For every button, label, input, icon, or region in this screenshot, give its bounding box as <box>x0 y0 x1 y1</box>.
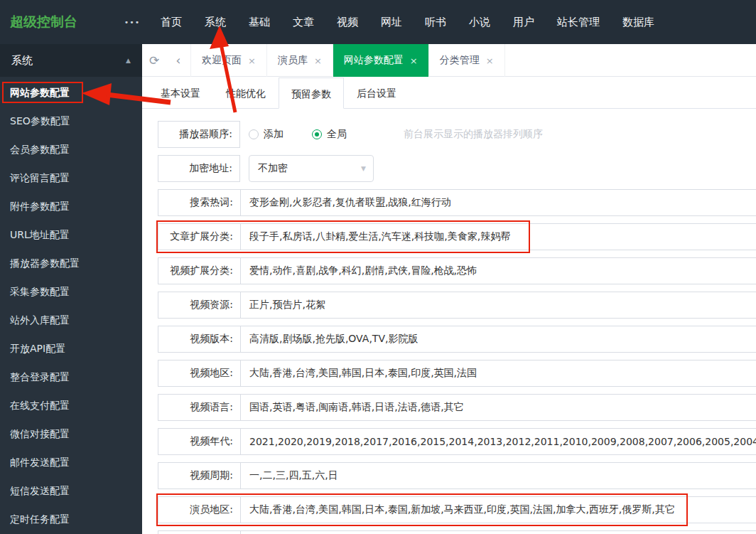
tab-label: 演员库 <box>278 54 308 67</box>
form-row-actor-regions: 演员地区: 大陆,香港,台湾,美国,韩国,日本,泰国,新加坡,马来西亚,印度,英… <box>158 496 756 523</box>
field-label: 视频周期: <box>158 463 241 488</box>
close-icon[interactable]: × <box>486 55 494 66</box>
form-row-video-categories: 视频扩展分类: 爱情,动作,喜剧,战争,科幻,剧情,武侠,冒险,枪战,恐怖 <box>158 257 756 284</box>
open-tabs-bar: ⟳ ‹ 欢迎页面 × 演员库 × 网站参数配置 × 分类管理 × <box>142 44 756 77</box>
nav-item-article[interactable]: 文章 <box>281 0 325 44</box>
nav-item-system[interactable]: 系统 <box>193 0 237 44</box>
sidebar-item-url-config[interactable]: URL地址配置 <box>0 220 142 249</box>
close-icon[interactable]: × <box>314 55 322 66</box>
tab-label: 网站参数配置 <box>344 54 404 67</box>
form-row-article-categories: 文章扩展分类: 段子手,私房话,八卦精,爱生活,汽车迷,科技咖,美食家,辣妈帮 <box>158 223 756 250</box>
sidebar-item-collect-params[interactable]: 采集参数配置 <box>0 277 142 306</box>
form-row-video-years: 视频年代: 2021,2020,2019,2018,2017,2016,2015… <box>158 428 756 455</box>
form-row-video-resources: 视频资源: 正片,预告片,花絮 <box>158 292 756 319</box>
field-label: 加密地址: <box>158 155 240 182</box>
form-row-partial <box>158 530 756 534</box>
subtab-performance[interactable]: 性能优化 <box>213 77 279 108</box>
tab-actor-library[interactable]: 演员库 × <box>266 44 333 77</box>
video-resources-input[interactable]: 正片,预告片,花絮 <box>241 292 756 318</box>
caret-up-icon: ▲ <box>126 57 131 64</box>
form-row-video-languages: 视频语言: 国语,英语,粤语,闽南语,韩语,日语,法语,德语,其它 <box>158 394 756 421</box>
reserved-params-form: 播放器顺序: 添加 全局 前台展示显示的播放器排列顺序 加密地址: 不加密 ▼ … <box>158 121 756 534</box>
form-row-video-weekdays: 视频周期: 一,二,三,四,五,六,日 <box>158 462 756 489</box>
sidebar-item-member-params[interactable]: 会员参数配置 <box>0 135 142 164</box>
field-hint: 前台展示显示的播放器排列顺序 <box>404 128 543 141</box>
nav-item-home[interactable]: 首页 <box>149 0 193 44</box>
video-versions-input[interactable]: 高清版,剧场版,抢先版,OVA,TV,影院版 <box>241 326 756 352</box>
more-icon[interactable]: ••• <box>115 18 149 27</box>
sidebar-item-attachment-params[interactable]: 附件参数配置 <box>0 192 142 220</box>
sidebar-item-external-storage[interactable]: 站外入库配置 <box>0 306 142 334</box>
subtab-basic-settings[interactable]: 基本设置 <box>148 77 213 108</box>
tab-label: 欢迎页面 <box>202 54 242 67</box>
tab-site-params[interactable]: 网站参数配置 × <box>333 44 428 77</box>
nav-item-audiobook[interactable]: 听书 <box>414 0 458 44</box>
video-categories-input[interactable]: 爱情,动作,喜剧,战争,科幻,剧情,武侠,冒险,枪战,恐怖 <box>241 258 756 284</box>
radio-checked-icon <box>312 129 322 139</box>
select-value: 不加密 <box>258 162 288 175</box>
field-label: 播放器顺序: <box>158 121 240 148</box>
nav-item-novel[interactable]: 小说 <box>458 0 502 44</box>
sidebar-item-player-params[interactable]: 播放器参数配置 <box>0 249 142 277</box>
radio-label: 添加 <box>264 128 284 141</box>
video-languages-input[interactable]: 国语,英语,粤语,闽南语,韩语,日语,法语,德语,其它 <box>241 395 756 420</box>
sidebar-item-site-params[interactable]: 网站参数配置 <box>0 78 142 107</box>
field-label: 视频年代: <box>158 429 241 454</box>
field-label: 视频地区: <box>158 361 241 386</box>
field-label: 视频资源: <box>158 292 241 318</box>
video-years-input[interactable]: 2021,2020,2019,2018,2017,2016,2015,2014,… <box>241 429 756 454</box>
form-row-search-hotwords: 搜索热词: 变形金刚,火影忍者,复仇者联盟,战狼,红海行动 <box>158 189 756 216</box>
sidebar-item-wechat-config[interactable]: 微信对接配置 <box>0 420 142 448</box>
sidebar-item-sms-config[interactable]: 短信发送配置 <box>0 476 142 505</box>
radio-global[interactable]: 全局 <box>312 128 347 141</box>
article-categories-input[interactable]: 段子手,私房话,八卦精,爱生活,汽车迷,科技咖,美食家,辣妈帮 <box>241 224 756 250</box>
form-row-encrypt-url: 加密地址: 不加密 ▼ <box>158 155 756 182</box>
nav-item-webmaster[interactable]: 站长管理 <box>546 0 611 44</box>
radio-icon <box>249 129 259 139</box>
nav-item-basic[interactable]: 基础 <box>237 0 281 44</box>
form-row-player-order: 播放器顺序: 添加 全局 前台展示显示的播放器排列顺序 <box>158 121 756 148</box>
close-icon[interactable]: × <box>410 55 418 66</box>
tab-label: 分类管理 <box>440 54 480 67</box>
subtab-backend-settings[interactable]: 后台设置 <box>344 77 409 108</box>
search-hotwords-input[interactable]: 变形金刚,火影忍者,复仇者联盟,战狼,红海行动 <box>241 190 756 215</box>
nav-item-url[interactable]: 网址 <box>369 0 414 44</box>
tab-category-management[interactable]: 分类管理 × <box>428 44 505 77</box>
scroll-left-icon[interactable]: ‹ <box>166 44 190 77</box>
field-label: 搜索热词: <box>158 190 241 215</box>
form-row-video-regions: 视频地区: 大陆,香港,台湾,美国,韩国,日本,泰国,印度,英国,法国 <box>158 360 756 387</box>
sidebar-item-scheduled-tasks[interactable]: 定时任务配置 <box>0 505 142 533</box>
video-regions-input[interactable]: 大陆,香港,台湾,美国,韩国,日本,泰国,印度,英国,法国 <box>241 361 756 386</box>
nav-item-user[interactable]: 用户 <box>502 0 546 44</box>
app-title[interactable]: 超级控制台 <box>0 13 115 31</box>
sidebar-group-system[interactable]: 系统 ▲ <box>0 44 142 77</box>
actor-regions-input[interactable]: 大陆,香港,台湾,美国,韩国,日本,泰国,新加坡,马来西亚,印度,英国,法国,加… <box>241 497 756 523</box>
encrypt-url-select[interactable]: 不加密 ▼ <box>249 155 374 182</box>
nav-item-database[interactable]: 数据库 <box>611 0 666 44</box>
sidebar-item-seo-params[interactable]: SEO参数配置 <box>0 107 142 135</box>
field-label: 视频扩展分类: <box>158 258 241 284</box>
settings-subtabs: 基本设置 性能优化 预留参数 后台设置 <box>142 77 756 109</box>
radio-label: 全局 <box>327 128 347 141</box>
sidebar-item-open-api[interactable]: 开放API配置 <box>0 334 142 363</box>
sidebar-item-online-payment[interactable]: 在线支付配置 <box>0 391 142 420</box>
field-label <box>158 531 241 534</box>
open-tabs: 欢迎页面 × 演员库 × 网站参数配置 × 分类管理 × <box>190 44 505 76</box>
top-navigation: 首页 系统 基础 文章 视频 网址 听书 小说 用户 站长管理 数据库 <box>149 0 666 44</box>
field-label: 演员地区: <box>158 497 241 523</box>
sidebar-item-comment-config[interactable]: 评论留言配置 <box>0 164 142 192</box>
radio-add[interactable]: 添加 <box>249 128 284 141</box>
tab-welcome[interactable]: 欢迎页面 × <box>190 44 266 77</box>
nav-item-video[interactable]: 视频 <box>325 0 369 44</box>
video-weekdays-input[interactable]: 一,二,三,四,五,六,日 <box>241 463 756 488</box>
close-icon[interactable]: × <box>248 55 256 66</box>
chevron-down-icon: ▼ <box>361 165 366 172</box>
sidebar-item-email-config[interactable]: 邮件发送配置 <box>0 448 142 476</box>
form-row-video-versions: 视频版本: 高清版,剧场版,抢先版,OVA,TV,影院版 <box>158 326 756 353</box>
sidebar: 系统 ▲ 网站参数配置 SEO参数配置 会员参数配置 评论留言配置 附件参数配置… <box>0 44 142 534</box>
refresh-icon[interactable]: ⟳ <box>142 44 166 77</box>
field-input[interactable] <box>241 531 756 534</box>
field-label: 视频语言: <box>158 395 241 420</box>
subtab-reserved-params[interactable]: 预留参数 <box>279 78 344 109</box>
sidebar-item-integrated-login[interactable]: 整合登录配置 <box>0 363 142 391</box>
